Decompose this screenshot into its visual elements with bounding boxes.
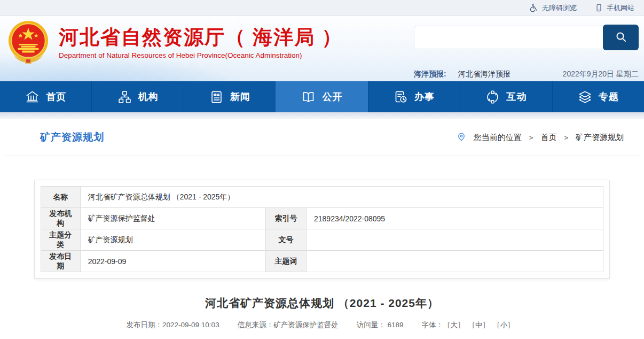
breadcrumb-bar: 矿产资源规划 您当前的位置 > 首页 > 矿产资源规划: [4, 119, 640, 156]
org-chart-icon: [117, 90, 132, 104]
font-size-small-button[interactable]: ［小］: [493, 321, 515, 329]
pubdate-value: 2022-09-09: [80, 251, 265, 272]
forecast-link[interactable]: 河北省海洋预报: [458, 70, 511, 79]
main-nav: 首页 机构 新闻 公开: [0, 81, 644, 112]
layers-icon: [578, 90, 592, 104]
news-doc-icon: [209, 90, 224, 104]
site-brand[interactable]: 河北省自然资源厅（ 海洋局 ） Department of Natural Re…: [6, 19, 343, 65]
top-utility-bar: 无障碍浏览 手机网站: [0, 0, 644, 16]
view-count-value: 6189: [387, 321, 403, 329]
page-title: 矿产资源规划: [40, 130, 104, 144]
info-source-label: 信息来源：: [238, 321, 274, 329]
nav-label: 首页: [46, 90, 66, 103]
font-size-label: 字体：: [421, 321, 443, 329]
page-content-card: 矿产资源规划 您当前的位置 > 首页 > 矿产资源规划 名称 河北省矿产资源总体…: [4, 119, 640, 339]
search-icon: [615, 30, 627, 45]
current-date: 2022年9月20日 星期二: [563, 70, 639, 79]
docnum-value: [307, 229, 603, 251]
brand-text: 河北省自然资源厅（ 海洋局 ） Department of Natural Re…: [59, 25, 343, 59]
site-title: 河北省自然资源厅（ 海洋局 ）: [59, 25, 343, 50]
breadcrumb-home-link[interactable]: 首页: [540, 133, 556, 143]
breadcrumb-separator: >: [564, 134, 568, 142]
keyword-value: [307, 251, 603, 272]
org-value: 矿产资源保护监督处: [80, 208, 265, 229]
wheelchair-icon: [529, 3, 538, 12]
publish-date-value: 2022-09-09 10:03: [162, 321, 219, 329]
header-shadow-strip: [0, 112, 644, 119]
mobile-site-label: 手机网站: [607, 3, 634, 13]
nav-label: 公开: [322, 90, 342, 103]
table-row: 发布日期 2022-09-09 主题词: [41, 251, 603, 272]
location-pin-icon: [457, 132, 466, 143]
info-source-value: 矿产资源保护监督处: [273, 321, 339, 329]
table-row: 发布机构 矿产资源保护监督处 索引号 2189234/2022-08095: [41, 208, 603, 229]
name-label: 名称: [41, 187, 81, 208]
breadcrumb-current[interactable]: 矿产资源规划: [576, 133, 624, 143]
view-count-label: 访问量：: [357, 321, 386, 329]
nav-item-services[interactable]: 办事: [368, 81, 460, 112]
nav-item-organization[interactable]: 机构: [91, 81, 183, 112]
publish-date-label: 发布日期：: [127, 321, 163, 329]
document-info-table: 名称 河北省矿产资源总体规划 （2021 - 2025年） 发布机构 矿产资源保…: [34, 180, 610, 279]
index-value: 2189234/2022-08095: [307, 208, 603, 229]
nav-label: 互动: [506, 90, 527, 103]
table-row: 主题分类 矿产资源规划 文号: [41, 229, 603, 251]
nav-item-interaction[interactable]: 互动: [460, 81, 552, 112]
article-meta-row: 发布日期：2022-09-09 10:03 信息来源：矿产资源保护监督处 访问量…: [4, 320, 640, 330]
breadcrumb-separator: >: [529, 134, 533, 142]
site-header: 河北省自然资源厅（ 海洋局 ） Department of Natural Re…: [0, 16, 644, 81]
exchange-arrows-icon: [485, 90, 500, 104]
accessibility-label: 无障碍浏览: [542, 3, 577, 13]
location-label: 您当前的位置: [474, 133, 522, 143]
nav-item-public-disclosure[interactable]: 公开: [276, 81, 367, 112]
view-count: 访问量： 6189: [357, 320, 404, 330]
category-value: 矿产资源规划: [80, 229, 265, 251]
nav-item-special-topics[interactable]: 专题: [552, 81, 644, 112]
home-bank-icon: [25, 90, 40, 104]
accessibility-link[interactable]: 无障碍浏览: [529, 3, 577, 13]
forecast-row: 海洋预报: 河北省海洋预报 2022年9月20日 星期二: [414, 70, 639, 79]
forecast-label: 海洋预报:: [414, 70, 446, 79]
nav-item-home[interactable]: 首页: [0, 81, 91, 112]
doc-clock-icon: [394, 90, 408, 104]
info-source: 信息来源：矿产资源保护监督处: [238, 320, 339, 330]
font-size-controls: 字体：［大］［中］［小］: [421, 320, 517, 330]
org-label: 发布机构: [41, 208, 81, 229]
font-size-medium-button[interactable]: ［中］: [468, 321, 490, 329]
nav-label: 新闻: [230, 90, 250, 103]
font-size-large-button[interactable]: ［大］: [443, 321, 465, 329]
nav-label: 机构: [138, 90, 159, 103]
docnum-label: 文号: [266, 229, 307, 251]
site-subtitle: Department of Natural Resources of Hebei…: [59, 51, 343, 59]
search-bar: [414, 26, 639, 49]
phone-icon: [595, 3, 603, 12]
keyword-label: 主题词: [266, 251, 307, 272]
index-label: 索引号: [266, 208, 307, 229]
name-value: 河北省矿产资源总体规划 （2021 - 2025年）: [80, 187, 603, 208]
nav-label: 办事: [414, 90, 435, 103]
breadcrumb: 您当前的位置 > 首页 > 矿产资源规划: [457, 132, 624, 143]
publish-date: 发布日期：2022-09-09 10:03: [127, 320, 219, 330]
table-row: 名称 河北省矿产资源总体规划 （2021 - 2025年）: [41, 187, 603, 208]
category-label: 主题分类: [41, 229, 81, 251]
nav-label: 专题: [599, 90, 619, 103]
mobile-site-link[interactable]: 手机网站: [595, 3, 634, 13]
open-book-icon: [301, 90, 316, 104]
pubdate-label: 发布日期: [41, 251, 81, 272]
article-title: 河北省矿产资源总体规划 （2021 - 2025年）: [4, 296, 640, 311]
search-button[interactable]: [603, 25, 639, 50]
national-emblem-logo: [6, 19, 50, 65]
nav-item-news[interactable]: 新闻: [184, 81, 276, 112]
